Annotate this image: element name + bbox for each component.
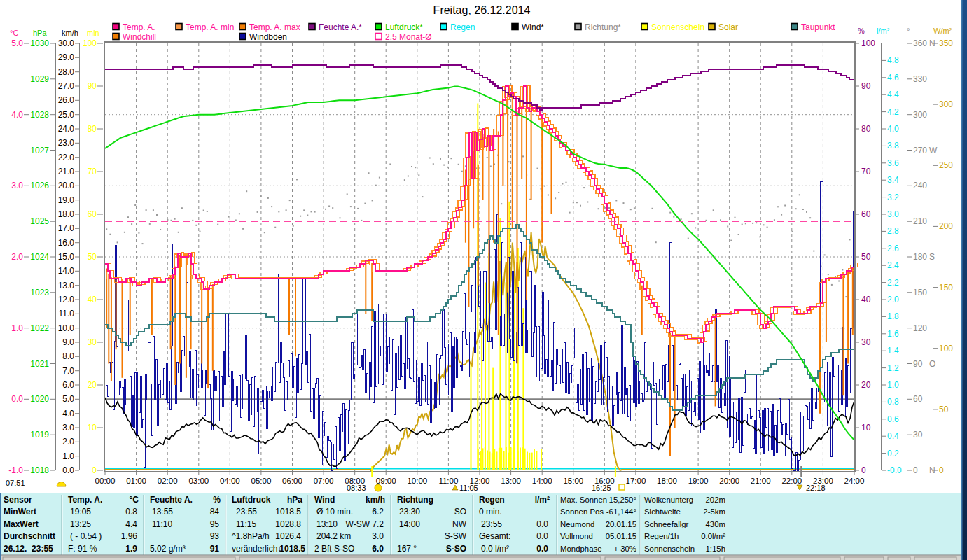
svg-text:4.4: 4.4 <box>887 90 899 99</box>
svg-text:MinWert: MinWert <box>4 507 36 517</box>
svg-text:4.0: 4.0 <box>887 124 899 134</box>
svg-text:0.0l/m²: 0.0l/m² <box>701 532 725 540</box>
svg-text:l/m²: l/m² <box>877 27 890 35</box>
svg-text:Regen: Regen <box>479 495 505 505</box>
svg-text:+ 30%: + 30% <box>613 545 636 553</box>
svg-text:150: 150 <box>913 288 927 298</box>
svg-text:2.4: 2.4 <box>887 260 899 270</box>
svg-text:0.0: 0.0 <box>11 394 23 404</box>
svg-text:6.0: 6.0 <box>372 544 384 554</box>
svg-text:Wind: Wind <box>314 495 335 505</box>
svg-text:18:00: 18:00 <box>657 477 677 485</box>
svg-text:1020: 1020 <box>30 394 49 404</box>
svg-text:13.0: 13.0 <box>58 281 75 290</box>
svg-text:2.0: 2.0 <box>62 437 74 447</box>
svg-text:1.6: 1.6 <box>887 329 899 339</box>
svg-text:1026: 1026 <box>30 181 49 190</box>
svg-text:1.4: 1.4 <box>887 346 899 356</box>
svg-text:91: 91 <box>210 544 220 554</box>
svg-text:1028: 1028 <box>30 110 49 120</box>
svg-text:Sonnenschein: Sonnenschein <box>651 22 704 32</box>
svg-text:Temp. A. max: Temp. A. max <box>249 22 300 32</box>
svg-text:13:25: 13:25 <box>70 519 91 529</box>
svg-text:1025: 1025 <box>30 216 49 226</box>
svg-text:Ø 10 min.: Ø 10 min. <box>316 507 353 517</box>
svg-text:100: 100 <box>939 344 953 354</box>
svg-text:09:00: 09:00 <box>376 477 396 485</box>
svg-text:16:25: 16:25 <box>592 484 611 492</box>
svg-text:40: 40 <box>88 295 97 304</box>
svg-text:Taupunkt: Taupunkt <box>801 22 835 32</box>
svg-text:6.2: 6.2 <box>372 507 384 517</box>
svg-text:14:00: 14:00 <box>399 519 420 529</box>
svg-text:3.0: 3.0 <box>372 531 384 541</box>
svg-text:11.0: 11.0 <box>59 309 75 318</box>
svg-text:0.0: 0.0 <box>62 465 74 475</box>
svg-text:0: 0 <box>861 465 866 475</box>
svg-text:1:15h: 1:15h <box>705 545 725 553</box>
svg-text:Wolkenunterg: Wolkenunterg <box>644 496 693 504</box>
svg-text:15:00: 15:00 <box>563 477 583 485</box>
svg-text:0.4: 0.4 <box>887 431 899 441</box>
svg-text:80: 80 <box>861 124 871 134</box>
svg-text:1026.4: 1026.4 <box>275 531 301 541</box>
svg-text:70: 70 <box>88 167 97 176</box>
svg-text:0.8: 0.8 <box>887 397 899 407</box>
svg-text:( - 0.54 ): ( - 0.54 ) <box>70 531 102 541</box>
svg-text:430m: 430m <box>706 520 726 528</box>
svg-text:90: 90 <box>861 81 871 91</box>
svg-text:Gesamt:: Gesamt: <box>479 531 510 541</box>
svg-text:Durchschnitt: Durchschnitt <box>4 531 55 541</box>
svg-text:03:00: 03:00 <box>188 477 209 485</box>
svg-text:Mondphase: Mondphase <box>560 545 602 553</box>
svg-text:07:00: 07:00 <box>314 477 334 485</box>
svg-text:3.8: 3.8 <box>887 141 899 150</box>
svg-text:Windchill: Windchill <box>123 32 156 42</box>
svg-text:l/m²: l/m² <box>535 495 550 505</box>
svg-text:15.0: 15.0 <box>58 252 75 262</box>
svg-text:240: 240 <box>913 181 927 190</box>
svg-text:22:18: 22:18 <box>806 484 826 492</box>
svg-text:2.0: 2.0 <box>11 252 23 262</box>
svg-text:7.0: 7.0 <box>62 366 74 376</box>
svg-text:17.0: 17.0 <box>58 223 75 233</box>
svg-text:0.2: 0.2 <box>887 449 899 458</box>
svg-text:Feuchte A.*: Feuchte A.* <box>319 22 362 32</box>
svg-text:10:00: 10:00 <box>407 477 427 485</box>
svg-text:Sensor: Sensor <box>4 495 32 505</box>
svg-text:3.0: 3.0 <box>887 209 899 219</box>
svg-text:20.01.15: 20.01.15 <box>606 520 636 528</box>
svg-text:270: 270 <box>913 146 927 155</box>
svg-text:1018.5: 1018.5 <box>275 507 301 517</box>
svg-text:S-SW: S-SW <box>445 531 467 541</box>
svg-text:20:00: 20:00 <box>719 477 739 485</box>
svg-text:1.0: 1.0 <box>62 451 74 461</box>
svg-text:22.0: 22.0 <box>58 153 75 162</box>
svg-text:Feuchte A.: Feuchte A. <box>150 495 193 505</box>
svg-text:3.6: 3.6 <box>887 158 899 168</box>
svg-text:S-SO: S-SO <box>446 544 466 554</box>
svg-text:6.0: 6.0 <box>62 380 74 390</box>
svg-text:km/h: km/h <box>366 495 385 505</box>
svg-text:19:05: 19:05 <box>70 507 91 517</box>
svg-text:24.0: 24.0 <box>58 124 75 134</box>
svg-text:0.0 l/m²: 0.0 l/m² <box>481 544 509 554</box>
svg-text:30: 30 <box>861 337 871 347</box>
svg-text:3.0: 3.0 <box>11 181 23 190</box>
svg-text:1.8: 1.8 <box>887 312 899 321</box>
svg-text:4.0: 4.0 <box>11 110 23 120</box>
svg-text:2.0: 2.0 <box>887 295 899 304</box>
svg-text:1019: 1019 <box>30 430 49 440</box>
svg-text:4.6: 4.6 <box>887 73 899 83</box>
svg-text:Luftdruck*: Luftdruck* <box>385 22 423 32</box>
svg-text:29.0: 29.0 <box>58 52 75 62</box>
svg-text:93: 93 <box>210 531 220 541</box>
svg-text:1022: 1022 <box>30 323 49 333</box>
svg-text:21:00: 21:00 <box>751 477 771 485</box>
svg-text:Neumond: Neumond <box>560 520 594 528</box>
svg-text:15,250°: 15,250° <box>609 496 636 504</box>
svg-text:204.2 km: 204.2 km <box>316 531 351 541</box>
svg-text:350: 350 <box>939 38 953 48</box>
svg-text:°C: °C <box>130 495 139 505</box>
svg-text:00:00: 00:00 <box>95 477 116 485</box>
